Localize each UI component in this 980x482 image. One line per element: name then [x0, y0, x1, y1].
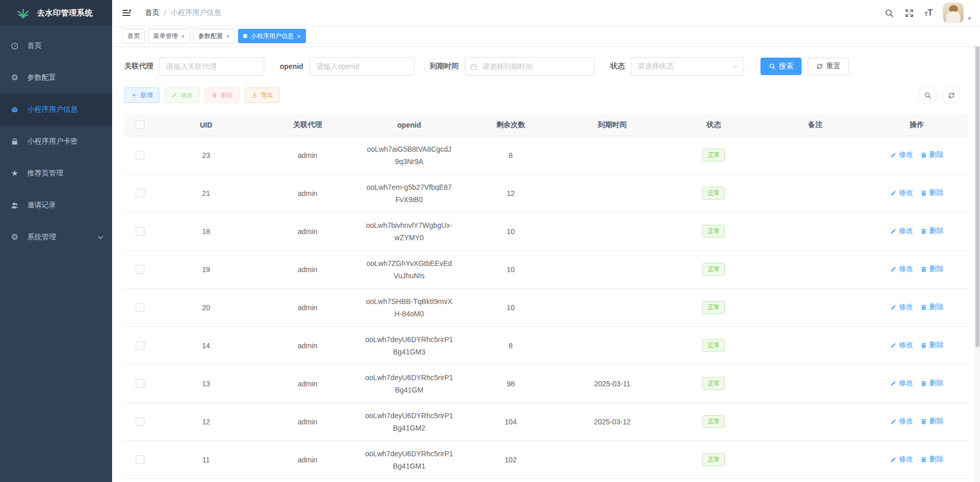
toggle-search-button[interactable] [918, 86, 937, 104]
row-delete-link[interactable]: 删除 [920, 150, 943, 159]
row-delete-link[interactable]: 删除 [920, 188, 943, 198]
reset-button[interactable]: 重置 [808, 58, 849, 75]
sidebar-item[interactable]: 小程序用户卡密 [0, 126, 112, 157]
trash-icon [920, 304, 927, 311]
sidebar-item[interactable]: ⚙参数配置 [0, 62, 112, 94]
actions-cell: 修改删除 [866, 150, 968, 160]
row-checkbox-cell [124, 379, 155, 388]
row-edit-link[interactable]: 修改 [890, 417, 913, 426]
row-delete-link[interactable]: 删除 [920, 226, 943, 236]
export-button[interactable]: 导出 [245, 87, 280, 103]
edit-button[interactable]: 修改 [165, 87, 199, 103]
sidebar-item[interactable]: ★推荐页管理 [0, 157, 112, 189]
table-row: 11adminooLwh7deyU6DYRhc5rirP1Bg41GM1102正… [124, 441, 968, 479]
page-scrollbar[interactable] [975, 0, 980, 482]
add-button[interactable]: 新增 [124, 87, 159, 103]
row-edit-label: 修改 [899, 188, 913, 198]
sidebar-item[interactable]: 首页 [0, 30, 112, 62]
tab-label: 小程序用户信息 [250, 32, 294, 41]
pencil-icon [890, 266, 897, 273]
sidebar-item[interactable]: 邀请记录 [0, 189, 112, 221]
tab-item[interactable]: 小程序用户信息× [238, 29, 306, 43]
row-edit-link[interactable]: 修改 [890, 379, 913, 388]
main-area: 首页 / 小程序用户信息 TT ▼ 首页菜单管理×参数配置×小程序用户信息× [112, 0, 980, 482]
row-delete-label: 删除 [929, 226, 943, 236]
select-all-checkbox[interactable] [136, 120, 144, 129]
close-icon[interactable]: × [181, 33, 185, 40]
row-edit-link[interactable]: 修改 [890, 188, 913, 198]
row-checkbox[interactable] [136, 379, 144, 388]
filter-status: 状态 请选择状态 [610, 57, 744, 76]
sidebar-item[interactable]: 小程序用户信息 [0, 94, 112, 126]
row-delete-link[interactable]: 删除 [920, 341, 943, 350]
table-row: 20adminooLwh7SHBB-TqBktI9mvXH-84oM010正常修… [124, 289, 968, 327]
row-edit-link[interactable]: 修改 [890, 150, 913, 159]
row-checkbox-cell [124, 455, 155, 464]
trash-icon [920, 228, 927, 235]
row-delete-link[interactable]: 删除 [920, 455, 943, 464]
row-checkbox-cell [124, 265, 155, 274]
openid-value: ooLwh7bivhnvlY7WgbgUx-wZYMY0 [365, 219, 453, 244]
uid-cell: 18 [155, 227, 257, 236]
row-edit-link[interactable]: 修改 [890, 341, 913, 350]
remaining-cell: 102 [460, 456, 562, 464]
openid-input[interactable] [310, 57, 414, 76]
fullscreen-icon[interactable] [904, 8, 914, 18]
openid-cell: ooLwh7ZGhYvXGtbEEvEdVuJhuNIs [358, 257, 460, 282]
expire-date-input[interactable] [465, 57, 595, 76]
row-edit-link[interactable]: 修改 [890, 455, 913, 464]
row-delete-link[interactable]: 删除 [920, 379, 943, 388]
agent-input[interactable] [159, 57, 264, 76]
pencil-icon [890, 190, 897, 197]
scrollbar-thumb[interactable] [975, 0, 979, 347]
row-delete-link[interactable]: 删除 [920, 417, 943, 426]
status-label: 状态 [610, 62, 625, 71]
row-checkbox[interactable] [136, 341, 144, 350]
table-row: 19adminooLwh7ZGhYvXGtbEEvEdVuJhuNIs10正常修… [124, 251, 968, 289]
table-row: 21adminooLwh7em-g5b27VfbqE87FvX9iB012正常修… [124, 174, 968, 212]
tab-item[interactable]: 菜单管理× [148, 29, 190, 43]
openid-cell: ooLwh7deyU6DYRhc5rirP1Bg41GM3 [358, 333, 460, 358]
sidebar: 去水印管理系统 首页⚙参数配置小程序用户信息小程序用户卡密★推荐页管理邀请记录⚙… [0, 0, 112, 482]
close-icon[interactable]: × [226, 33, 230, 40]
sidebar-item[interactable]: ⚙系统管理 [0, 221, 112, 253]
tab-item[interactable]: 首页 [122, 29, 145, 43]
row-checkbox[interactable] [136, 303, 144, 312]
openid-cell: ooLwh7SHBB-TqBktI9mvXH-84oM0 [358, 295, 460, 320]
breadcrumb-item-home[interactable]: 首页 [145, 8, 159, 17]
trash-icon [920, 190, 927, 197]
openid-cell: ooLwh7deyU6DYRhc5rirP1Bg41GM1 [358, 448, 460, 472]
row-edit-link[interactable]: 修改 [890, 226, 913, 236]
actions-cell: 修改删除 [866, 226, 968, 236]
delete-button[interactable]: 删除 [205, 87, 240, 103]
row-checkbox[interactable] [136, 417, 144, 426]
openid-value: ooLwh7em-g5b27VfbqE87FvX9iB0 [365, 181, 453, 206]
row-checkbox[interactable] [136, 189, 144, 198]
row-checkbox[interactable] [136, 265, 144, 274]
search-icon[interactable] [884, 8, 894, 18]
tab-item[interactable]: 参数配置× [193, 29, 235, 43]
openid-value: ooLwh7deyU6DYRhc5rirP1Bg41GM [365, 371, 453, 396]
row-edit-link[interactable]: 修改 [890, 302, 913, 312]
search-button[interactable]: 搜索 [760, 58, 802, 75]
row-delete-link[interactable]: 删除 [920, 302, 943, 312]
refresh-table-button[interactable] [942, 86, 960, 104]
trash-icon [920, 266, 927, 273]
row-edit-link[interactable]: 修改 [890, 264, 913, 274]
row-delete-link[interactable]: 删除 [920, 264, 943, 274]
filter-expire: 到期时间 [430, 57, 595, 76]
sidebar-item-label: 推荐页管理 [27, 169, 63, 178]
status-select[interactable]: 请选择状态 [631, 57, 744, 76]
row-checkbox[interactable] [136, 455, 144, 464]
close-icon[interactable]: × [297, 33, 301, 40]
uid-cell: 13 [155, 380, 257, 388]
row-checkbox[interactable] [136, 151, 144, 159]
row-checkbox[interactable] [136, 227, 144, 236]
table-row: 13adminooLwh7deyU6DYRhc5rirP1Bg41GM98202… [124, 365, 968, 403]
row-checkbox-cell [124, 341, 155, 350]
user-menu[interactable]: ▼ [943, 3, 972, 23]
hamburger-icon[interactable] [121, 8, 132, 18]
navbar: 首页 / 小程序用户信息 TT ▼ [112, 0, 980, 26]
font-size-icon[interactable]: TT [924, 9, 933, 17]
avatar[interactable] [943, 3, 964, 23]
